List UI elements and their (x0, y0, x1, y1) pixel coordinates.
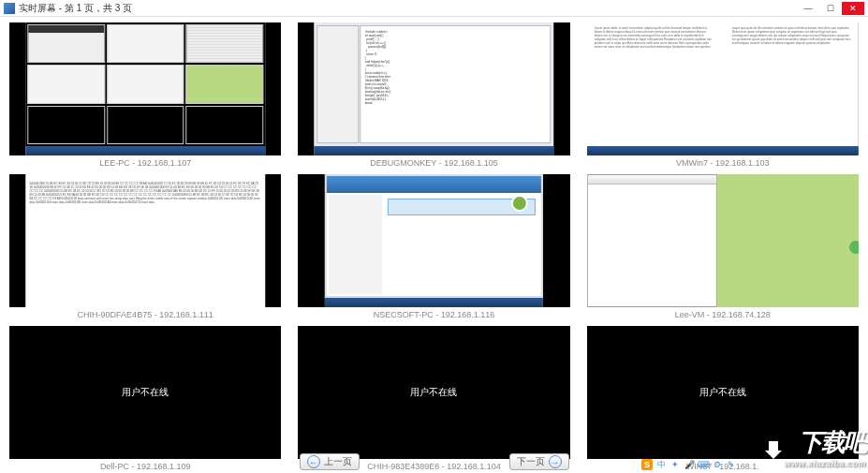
window-title: 实时屏幕 - 第 1 页，共 3 页 (19, 2, 797, 15)
screen-grid: LEE-PC - 192.168.1.107 #include <stdio.h… (0, 17, 868, 473)
titlebar: 实时屏幕 - 第 1 页，共 3 页 — ☐ ✕ (0, 0, 868, 17)
offline-text: 用户不在线 (122, 386, 169, 399)
cell-vmwin7: Lorem ipsum dolor sit amet consectetur a… (587, 22, 859, 170)
offline-text: 用户不在线 (699, 386, 746, 399)
cell-lee-pc: LEE-PC - 192.168.1.107 (9, 22, 281, 170)
thumb-vmwin7[interactable]: Lorem ipsum dolor sit amet consectetur a… (587, 22, 859, 155)
thumb-dell-pc[interactable]: 用户不在线 (9, 326, 281, 459)
maximize-button[interactable]: ☐ (819, 2, 842, 15)
cell-nsecsoft: NSECSOFT-PC - 192.168.1.116 (298, 174, 569, 322)
tray-icon[interactable]: ⚙ (712, 459, 723, 470)
cell-lee-vm: Lee-VM - 192.168.74.128 (587, 174, 859, 322)
caption: DEBUGMONKEY - 192.168.1.105 (298, 155, 569, 170)
minimize-button[interactable]: — (797, 2, 819, 15)
tray-icon[interactable]: ✎ (726, 459, 737, 470)
caption: LEE-PC - 192.168.1.107 (9, 155, 281, 170)
tray-icon[interactable]: ✦ (669, 459, 681, 470)
thumb-nsecsoft[interactable] (298, 174, 569, 307)
next-page-button[interactable]: 下一页 → (509, 453, 569, 470)
pagination: ← 上一页 下一页 → (0, 453, 868, 470)
prev-label: 上一页 (324, 455, 352, 468)
cell-debugmonkey: #include <stdio.h>int main(void) { print… (298, 22, 569, 170)
system-tray: S 中 ✦ 🎤 ⌨ ⚙ ✎ (641, 459, 737, 470)
arrow-left-icon: ← (307, 455, 320, 468)
app-icon (4, 3, 15, 14)
close-button[interactable]: ✕ (842, 2, 864, 15)
caption: CHIH-90DFAE4B75 - 192.168.1.111 (9, 307, 281, 322)
cell-chih-2: 用户不在线 CHIH-983E4389E6 - 192.168.1.104 (298, 326, 569, 473)
tray-icon[interactable]: 中 (655, 459, 667, 470)
caption: Lee-VM - 192.168.74.128 (587, 307, 859, 322)
tray-icon[interactable]: ⌨ (698, 459, 709, 470)
thumb-chih-1[interactable]: 0x00401000 55 8B EC 83 EC 40 53 56 57 8D… (9, 174, 281, 307)
cell-dell-pc: 用户不在线 Dell-PC - 192.168.1.109 (9, 326, 281, 473)
download-icon (763, 441, 784, 462)
thumb-debugmonkey[interactable]: #include <stdio.h>int main(void) { print… (298, 22, 569, 155)
arrow-right-icon: → (549, 455, 562, 468)
prev-page-button[interactable]: ← 上一页 (300, 453, 360, 470)
caption: NSECSOFT-PC - 192.168.1.116 (298, 307, 569, 322)
next-label: 下一页 (517, 455, 545, 468)
sogou-ime-icon[interactable]: S (641, 459, 653, 470)
caption: VMWin7 - 192.168.1.103 (587, 155, 859, 170)
watermark: 下载吧 www.xiazaiba.com (761, 426, 866, 471)
offline-text: 用户不在线 (410, 386, 457, 399)
cell-chih-1: 0x00401000 55 8B EC 83 EC 40 53 56 57 8D… (9, 174, 281, 322)
thumb-lee-pc[interactable] (9, 22, 281, 155)
tray-icon[interactable]: 🎤 (684, 459, 695, 470)
thumb-lee-vm[interactable] (587, 174, 859, 307)
thumb-chih-2[interactable]: 用户不在线 (298, 326, 569, 459)
